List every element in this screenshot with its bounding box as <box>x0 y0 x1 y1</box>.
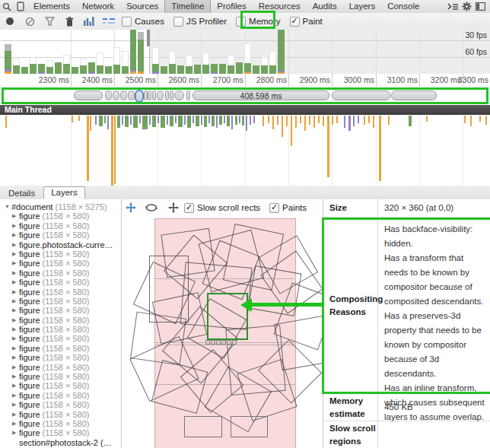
frames-view-icon[interactable] <box>99 14 119 29</box>
frame-pill[interactable]: 408.598 ms <box>192 91 329 100</box>
tree-item[interactable]: ▶figure (1158 × 580) <box>0 410 121 419</box>
tree-item[interactable]: ▶figure (1158 × 580) <box>0 353 121 362</box>
trash-icon[interactable] <box>59 14 79 29</box>
frame-pill[interactable] <box>165 91 169 100</box>
settings-gear-icon[interactable] <box>460 1 473 12</box>
tree-item[interactable]: ▶figure (1158 × 580) <box>0 259 121 268</box>
events-view-icon[interactable] <box>79 14 99 29</box>
expander-icon[interactable]: ▶ <box>12 344 19 353</box>
expander-icon[interactable]: ▶ <box>12 230 19 240</box>
tab-profiles[interactable]: Profiles <box>211 0 252 13</box>
expander-icon[interactable]: ▶ <box>12 325 19 334</box>
tab-timeline[interactable]: Timeline <box>164 0 211 13</box>
tab-layers[interactable]: Layers <box>343 0 382 13</box>
details-tab-details[interactable]: Details <box>2 188 42 199</box>
frame-pill[interactable] <box>174 91 184 100</box>
expander-icon[interactable]: ▶ <box>12 316 19 325</box>
tab-elements[interactable]: Elements <box>27 0 76 13</box>
expander-icon[interactable]: ▶ <box>12 306 19 315</box>
frame-pill[interactable] <box>148 91 151 100</box>
timeline-overview[interactable]: 30 fps60 fps <box>0 30 490 75</box>
tree-item[interactable]: ▶figure (1158 × 580) <box>0 419 121 428</box>
search-icon[interactable] <box>0 1 14 12</box>
expander-icon[interactable]: ▶ <box>12 259 19 268</box>
console-drawer-icon[interactable] <box>446 1 460 12</box>
rotate-icon[interactable] <box>140 200 163 215</box>
dock-side-icon[interactable] <box>473 1 487 12</box>
frame-pill[interactable] <box>113 91 119 100</box>
main-thread-flamechart[interactable] <box>0 115 490 186</box>
frame-pill[interactable] <box>391 91 437 100</box>
clear-icon[interactable] <box>20 14 40 29</box>
tree-item[interactable]: ▶figure (1158 × 580) <box>0 391 121 400</box>
tree-item[interactable]: ▶figure (1158 × 580) <box>0 334 121 343</box>
frame-pill[interactable] <box>74 91 103 100</box>
tree-item[interactable]: ▶figure.photostack-curre… <box>0 240 121 249</box>
frames-strip[interactable]: 408.598 ms <box>0 87 490 105</box>
pan-icon[interactable] <box>122 200 140 215</box>
tree-item[interactable]: ▶figure (1158 × 580) <box>0 325 121 334</box>
checkbox-paint-box[interactable]: ✓ <box>290 17 300 27</box>
expander-icon[interactable]: ▶ <box>12 410 19 419</box>
checkbox-js-profiler-box[interactable] <box>173 17 183 27</box>
tree-item[interactable]: ▶figure (1158 × 580) <box>0 221 121 230</box>
expander-icon[interactable]: ▶ <box>12 288 19 297</box>
expander-icon[interactable]: ▶ <box>12 297 19 306</box>
checkbox-paints[interactable]: ✓Paints <box>269 203 307 213</box>
expander-icon[interactable]: ▶ <box>12 381 19 390</box>
frame-pill[interactable] <box>170 91 173 100</box>
frame-pill[interactable] <box>186 91 190 100</box>
checkbox-js-profiler[interactable]: JS Profiler <box>173 17 227 27</box>
tab-audits[interactable]: Audits <box>307 0 343 13</box>
expander-icon[interactable]: ▶ <box>12 372 19 381</box>
tree-item[interactable]: ▶figure (1158 × 580) <box>0 316 121 325</box>
tree-item[interactable]: ▶figure (1158 × 580) <box>0 306 121 315</box>
tree-item[interactable]: ▶figure (1158 × 580) <box>0 428 121 437</box>
expander-icon[interactable]: ▶ <box>12 211 19 221</box>
tab-resources[interactable]: Resources <box>253 0 307 13</box>
expander-icon[interactable]: ▶ <box>12 278 19 287</box>
expander-icon[interactable]: ▶ <box>12 240 19 249</box>
tree-item[interactable]: ▶figure (1158 × 580) <box>0 297 121 306</box>
expander-icon[interactable]: ▶ <box>12 363 19 372</box>
tree-item[interactable]: ▼#document (1158 × 5275) <box>0 202 121 211</box>
tree-item[interactable]: ▶figure (1158 × 580) <box>0 211 121 221</box>
tree-item[interactable]: ▶figure (1158 × 580) <box>0 278 121 287</box>
tree-item[interactable]: ▶figure (1158 × 580) <box>0 268 121 278</box>
tree-item[interactable]: ▶figure (1158 × 580) <box>0 230 121 240</box>
expander-icon[interactable]: ▶ <box>12 249 19 259</box>
expander-icon[interactable]: ▶ <box>12 268 19 278</box>
expander-icon[interactable]: ▶ <box>12 419 19 428</box>
checkbox-causes[interactable]: Causes <box>122 17 164 27</box>
tree-item[interactable]: ▶figure (1158 × 580) <box>0 344 121 353</box>
checkbox-paints-box[interactable]: ✓ <box>269 203 279 213</box>
tree-item[interactable]: ▶figure (1158 × 580) <box>0 363 121 372</box>
tab-sources[interactable]: Sources <box>120 0 164 13</box>
checkbox-slow-scroll-rects-box[interactable]: ✓ <box>184 203 194 213</box>
frame-pill[interactable] <box>152 91 156 100</box>
checkbox-slow-scroll-rects[interactable]: ✓Slow scroll rects <box>184 203 260 213</box>
frame-pill[interactable] <box>332 91 390 100</box>
checkbox-memory[interactable]: Memory <box>236 17 281 27</box>
checkbox-memory-box[interactable] <box>236 17 246 27</box>
checkbox-causes-box[interactable] <box>122 17 132 27</box>
expander-icon[interactable]: ▶ <box>12 391 19 400</box>
move-icon[interactable] <box>163 200 184 215</box>
frame-pill[interactable] <box>120 91 127 100</box>
frame-pill-selected[interactable] <box>135 90 144 103</box>
expander-icon[interactable]: ▶ <box>12 353 19 362</box>
tree-item[interactable]: ▶figure (1158 × 580) <box>0 400 121 409</box>
expander-icon[interactable]: ▼ <box>5 202 11 211</box>
tree-item[interactable]: ▶figure (1158 × 580) <box>0 372 121 381</box>
checkbox-paint[interactable]: ✓Paint <box>290 17 323 27</box>
frame-pill[interactable] <box>128 91 135 100</box>
expander-icon[interactable]: ▶ <box>12 221 19 230</box>
frame-pill[interactable] <box>105 91 112 100</box>
layer-visualization[interactable] <box>122 216 323 448</box>
tree-item[interactable]: ▶figure (1158 × 580) <box>0 288 121 297</box>
expander-icon[interactable]: ▶ <box>12 334 19 343</box>
expander-icon[interactable]: ▶ <box>12 428 19 437</box>
tree-item[interactable]: section#photostack-2 (… <box>0 438 121 447</box>
device-emulation-icon[interactable] <box>14 1 27 12</box>
record-icon[interactable] <box>0 14 20 29</box>
